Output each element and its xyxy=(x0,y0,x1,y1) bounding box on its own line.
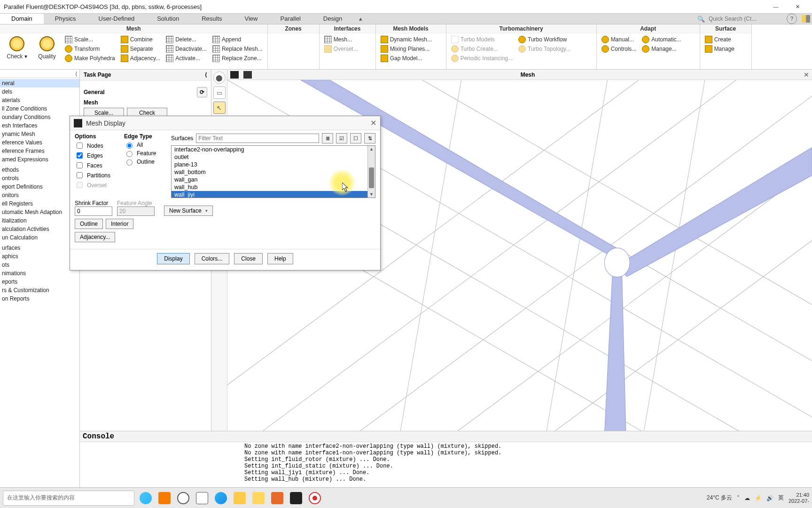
taskbar-edge-icon[interactable] xyxy=(213,491,228,506)
tray-ime[interactable]: 英 xyxy=(778,494,784,502)
taskbar-ppt-icon[interactable] xyxy=(270,491,285,506)
outline-item[interactable]: urfaces xyxy=(0,244,79,252)
view-tool-1[interactable]: ▭ xyxy=(213,87,226,99)
outline-item[interactable]: un Calculation xyxy=(0,233,79,242)
dialog-close-button[interactable]: ✕ xyxy=(370,119,376,127)
outline-item[interactable]: ll Zone Conditions xyxy=(0,104,79,113)
outline-tree[interactable]: neraldelsaterialsll Zone Conditionsounda… xyxy=(0,78,79,487)
select-all-button[interactable]: ☑ xyxy=(336,133,347,143)
adjacency-dialog-button[interactable]: Adjacency... xyxy=(75,232,115,242)
invert-selection-button[interactable]: ⇅ xyxy=(364,133,375,143)
surface-create-button[interactable]: Create xyxy=(703,35,736,44)
tray-chevron-icon[interactable]: ˄ xyxy=(737,495,740,501)
tab-view[interactable]: View xyxy=(234,14,269,24)
edge-all-radio[interactable]: All xyxy=(124,141,166,149)
outline-item[interactable]: utomatic Mesh Adaption xyxy=(0,208,79,216)
outline-item[interactable]: esh Interfaces xyxy=(0,121,79,130)
overset-checkbox[interactable]: Overset xyxy=(75,181,119,190)
tab-results[interactable]: Results xyxy=(190,14,233,24)
ribbon-collapse-icon[interactable]: ▴ xyxy=(353,14,368,24)
partitions-checkbox[interactable]: Partitions xyxy=(75,171,119,180)
deselect-all-button[interactable]: ☐ xyxy=(350,133,361,143)
quality-button[interactable]: Quality xyxy=(33,35,61,61)
tab-design[interactable]: Design xyxy=(312,14,353,24)
task-page-collapse[interactable]: ⟨ xyxy=(205,71,207,78)
outline-item[interactable]: eport Definitions xyxy=(0,183,79,191)
outline-item[interactable]: oundary Conditions xyxy=(0,113,79,121)
outline-button[interactable]: Outline xyxy=(75,219,103,229)
outline-item[interactable]: ell Registers xyxy=(0,199,79,208)
turbo-workflow-button[interactable]: Turbo Workflow xyxy=(516,35,572,44)
viewport-close-button[interactable]: ✕ xyxy=(804,71,809,79)
outline-item[interactable]: amed Expressions xyxy=(0,155,79,164)
close-window-button[interactable]: ✕ xyxy=(787,0,808,13)
surface-manage-button[interactable]: Manage xyxy=(703,45,736,53)
adjacency-button[interactable]: Adjacency... xyxy=(119,54,162,63)
outline-item[interactable]: eference Frames xyxy=(0,147,79,155)
replace-zone-button[interactable]: Replace Zone... xyxy=(211,54,265,63)
close-button[interactable]: Close xyxy=(234,253,263,264)
adapt-controls-button[interactable]: Controls... xyxy=(600,45,639,53)
taskbar-app2-icon[interactable] xyxy=(251,491,266,506)
turbo-models-button[interactable]: Turbo Models xyxy=(449,35,515,44)
refresh-button[interactable]: ⟳ xyxy=(197,87,207,97)
outline-item[interactable]: eports xyxy=(0,278,79,286)
shrink-factor-input[interactable] xyxy=(75,206,112,216)
minimize-button[interactable]: — xyxy=(765,0,787,13)
combine-button[interactable]: Combine xyxy=(119,35,162,44)
outline-item[interactable]: dels xyxy=(0,87,79,96)
view-tool-0[interactable]: ⬤ xyxy=(213,71,226,84)
surface-list-item[interactable]: plane-13 xyxy=(172,161,375,168)
outline-item[interactable]: aterials xyxy=(0,96,79,104)
surface-list-item[interactable]: wall_bottom xyxy=(172,168,375,176)
outline-item[interactable]: neral xyxy=(0,79,79,87)
quick-search-input[interactable] xyxy=(707,15,782,23)
tab-physics[interactable]: Physics xyxy=(44,14,87,24)
outline-item[interactable]: aphics xyxy=(0,252,79,261)
adapt-manual-button[interactable]: Manual... xyxy=(600,35,639,44)
dynamic-mesh-button[interactable]: Dynamic Mesh... xyxy=(379,35,434,44)
outline-item[interactable]: ots xyxy=(0,261,79,269)
check-button[interactable]: Check ▾ xyxy=(3,35,31,61)
new-surface-button[interactable]: New Surface xyxy=(164,206,213,216)
outline-item[interactable]: onitors xyxy=(0,191,79,199)
outline-item[interactable]: eference Values xyxy=(0,138,79,147)
make-polyhedra-button[interactable]: Make Polyhedra xyxy=(63,54,117,63)
help-button[interactable]: Help xyxy=(267,253,293,264)
outline-collapse-button[interactable]: ⟨ xyxy=(0,70,79,78)
layout-icon[interactable] xyxy=(802,15,810,23)
separate-button[interactable]: Separate xyxy=(119,45,162,53)
scale-button[interactable]: Scale... xyxy=(63,35,117,44)
tab-user-defined[interactable]: User-Defined xyxy=(87,14,146,24)
outline-item[interactable]: alculation Activities xyxy=(0,225,79,233)
interfaces-mesh-button[interactable]: Mesh... xyxy=(322,35,360,44)
display-button[interactable]: Display xyxy=(157,253,189,264)
tab-solution[interactable]: Solution xyxy=(146,14,190,24)
adapt-automatic-button[interactable]: Automatic... xyxy=(640,35,683,44)
mixing-planes-button[interactable]: Mixing Planes... xyxy=(379,45,434,53)
taskbar-fluent-icon[interactable] xyxy=(289,491,304,506)
surfaces-filter-input[interactable] xyxy=(196,134,319,143)
taskbar-explorer-icon[interactable] xyxy=(232,491,247,506)
nodes-checkbox[interactable]: Nodes xyxy=(75,141,119,150)
colors-button[interactable]: Colors... xyxy=(195,253,230,264)
adapt-manage-button[interactable]: Manage... xyxy=(640,45,683,53)
taskbar-record-icon[interactable] xyxy=(307,491,322,506)
taskbar-cortana-icon[interactable] xyxy=(176,491,191,506)
deactivate-button[interactable]: Deactivate... xyxy=(164,45,209,53)
faces-checkbox[interactable]: Faces xyxy=(75,161,119,170)
system-tray[interactable]: 24°C 多云 ˄ ☁ ⚡ 🔊 英 21:40 2022-07- xyxy=(707,492,809,503)
outline-item[interactable]: nimations xyxy=(0,269,79,278)
tray-volume-icon[interactable]: 🔊 xyxy=(766,495,773,501)
taskbar-search[interactable]: 在这里输入你要搜索的内容 xyxy=(3,491,134,506)
edge-outline-radio[interactable]: Outline xyxy=(124,158,166,166)
weather-widget[interactable]: 24°C 多云 xyxy=(707,494,732,502)
edge-feature-radio[interactable]: Feature xyxy=(124,150,166,157)
surface-list-item[interactable]: outlet xyxy=(172,153,375,161)
tray-wifi-icon[interactable]: ⚡ xyxy=(755,495,762,501)
surfaces-scrollbar[interactable]: ▲▼ xyxy=(367,146,375,198)
view-tool-pointer[interactable]: ↖ xyxy=(213,102,226,114)
delete-button[interactable]: Delete... xyxy=(164,35,209,44)
taskbar-taskview-icon[interactable] xyxy=(195,491,210,506)
interior-button[interactable]: Interior xyxy=(106,219,133,229)
